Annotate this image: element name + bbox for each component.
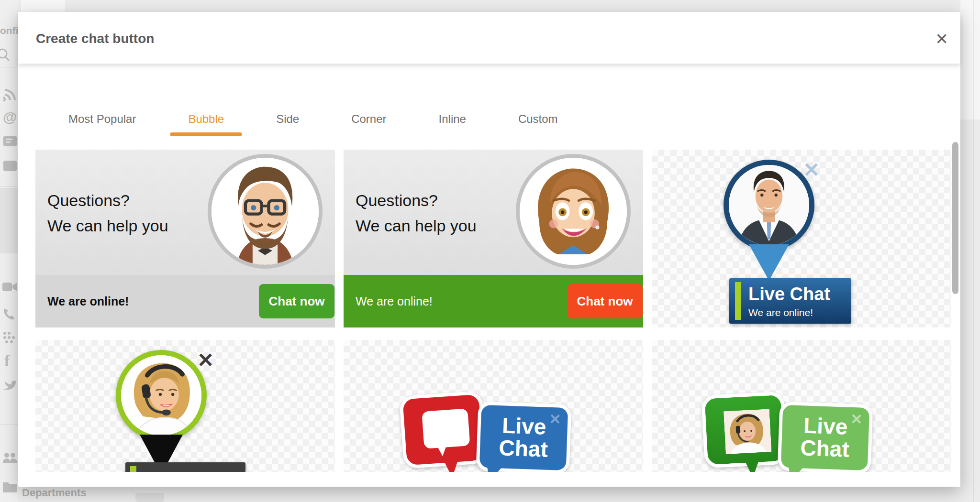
close-icon[interactable]: ✕: [197, 350, 214, 371]
chat-label: Chat: [781, 436, 869, 461]
pin-pointer: [749, 244, 789, 281]
chat-now-button[interactable]: Chat now: [259, 284, 334, 318]
dialog-title: Create chat button: [36, 31, 154, 46]
backdrop-partial-text: onfi: [0, 25, 18, 36]
banner-body: Questions? We can help you: [35, 150, 335, 275]
online-status-text: We are online!: [356, 295, 433, 308]
red-speech-bubble: [399, 391, 487, 469]
tab-corner[interactable]: Corner: [351, 112, 386, 136]
chat-button-option-speech-green[interactable]: Live Chat ✕: [652, 340, 951, 472]
close-icon[interactable]: ✕: [549, 412, 561, 427]
chat-card-icon[interactable]: [3, 135, 17, 149]
photo-woman-headset-avatar: [116, 350, 207, 441]
chat-button-option-speech-red-blue[interactable]: Live Chat ✕: [344, 340, 643, 472]
live-chat-banner: Live Chat: [125, 462, 245, 472]
close-icon[interactable]: ✕: [803, 160, 820, 180]
chat-button-option-pin-blue[interactable]: ✕: [652, 150, 951, 327]
tab-side[interactable]: Side: [276, 112, 299, 136]
tab-inline[interactable]: Inline: [439, 112, 466, 136]
rss-icon[interactable]: [3, 87, 17, 101]
phone-icon[interactable]: [2, 307, 17, 321]
chat-button-option-gray-banner[interactable]: Questions? We can help you: [35, 150, 335, 327]
backdrop-white-block: [21, 0, 65, 13]
chat-label: Chat: [479, 436, 567, 461]
search-icon[interactable]: [0, 47, 11, 63]
facebook-icon[interactable]: f: [4, 352, 10, 370]
banner-status-bar: We are online! Chat now: [344, 275, 643, 327]
button-style-tabs: Most Popular Bubble Side Corner Inline C…: [68, 112, 558, 136]
sidebar-selected-item[interactable]: [0, 188, 18, 253]
dialog-header: Create chat button ✕: [18, 12, 960, 64]
green-speech-bubble: [701, 392, 788, 469]
chat-now-button[interactable]: Chat now: [567, 284, 643, 318]
close-icon[interactable]: ✕: [850, 412, 863, 427]
banner-status-bar: We are online! Chat now: [35, 275, 335, 327]
cartoon-woman-avatar: [516, 154, 631, 269]
banner-question-text: Questions? We can help you: [356, 188, 477, 239]
live-chat-label: Live Chat: [159, 470, 241, 472]
live-chat-label: Live Chat: [748, 284, 830, 305]
chat-button-grid: Questions? We can help you: [35, 150, 951, 472]
banner-body: Questions? We can help you: [344, 150, 643, 275]
backdrop-dimmed-button: [135, 493, 164, 502]
chat-button-option-pin-dark[interactable]: ✕: [35, 340, 335, 472]
blue-live-chat-bubble: Live Chat ✕: [476, 402, 572, 472]
background-sidebar: onfi @ f: [0, 0, 18, 502]
dialog-scrollbar-thumb[interactable]: [952, 142, 958, 294]
banner-stripe: [130, 466, 136, 472]
chat-button-option-green-banner[interactable]: Questions? We can help you: [344, 150, 643, 327]
green-live-chat-bubble: Live Chat ✕: [778, 402, 873, 472]
banner-question-text: Questions? We can help you: [47, 188, 168, 239]
video-camera-icon[interactable]: [2, 281, 18, 293]
tab-most-popular[interactable]: Most Popular: [68, 112, 136, 136]
online-status-text: We are online!: [748, 307, 813, 318]
banner-stripe: [735, 282, 741, 320]
white-chat-glyph: [422, 408, 470, 449]
photo-man-suit-avatar: [724, 160, 814, 251]
solid-bar-icon[interactable]: [3, 160, 17, 172]
close-icon[interactable]: ✕: [931, 28, 952, 49]
backdrop-right-strip: [960, 0, 980, 120]
backdrop-departments-label: Departments: [22, 487, 86, 499]
tab-custom[interactable]: Custom: [518, 112, 558, 136]
twitter-icon[interactable]: [2, 378, 17, 391]
tab-bubble[interactable]: Bubble: [188, 112, 224, 136]
folder-icon[interactable]: [2, 480, 18, 493]
people-icon[interactable]: [2, 451, 18, 465]
online-status-text: We are online!: [47, 295, 129, 308]
dots-grid-icon[interactable]: [2, 331, 17, 344]
live-chat-banner: Live Chat We are online!: [729, 278, 851, 324]
cartoon-man-glasses-avatar: [208, 154, 323, 269]
at-icon[interactable]: @: [3, 109, 17, 125]
photo-woman-headset-small: [724, 409, 772, 454]
page-scrollbar[interactable]: [973, 0, 974, 502]
create-chat-button-dialog: Create chat button ✕ Most Popular Bubble…: [18, 12, 960, 487]
